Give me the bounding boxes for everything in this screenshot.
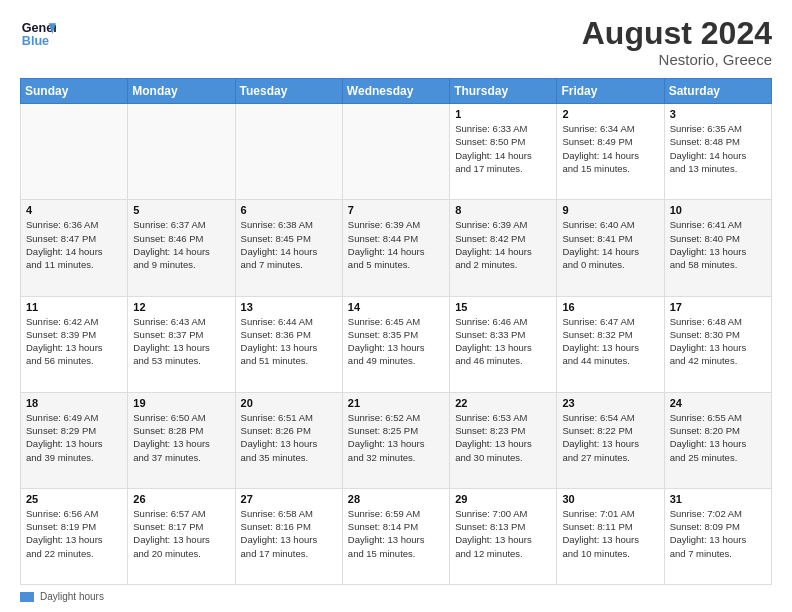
- day-number: 7: [348, 204, 444, 216]
- day-cell: 17Sunrise: 6:48 AM Sunset: 8:30 PM Dayli…: [664, 296, 771, 392]
- day-number: 29: [455, 493, 551, 505]
- day-number: 26: [133, 493, 229, 505]
- col-monday: Monday: [128, 79, 235, 104]
- day-info: Sunrise: 6:38 AM Sunset: 8:45 PM Dayligh…: [241, 218, 337, 271]
- day-cell: 12Sunrise: 6:43 AM Sunset: 8:37 PM Dayli…: [128, 296, 235, 392]
- day-info: Sunrise: 6:55 AM Sunset: 8:20 PM Dayligh…: [670, 411, 766, 464]
- day-cell: [342, 104, 449, 200]
- day-info: Sunrise: 6:44 AM Sunset: 8:36 PM Dayligh…: [241, 315, 337, 368]
- day-cell: 24Sunrise: 6:55 AM Sunset: 8:20 PM Dayli…: [664, 392, 771, 488]
- day-info: Sunrise: 6:53 AM Sunset: 8:23 PM Dayligh…: [455, 411, 551, 464]
- day-cell: 1Sunrise: 6:33 AM Sunset: 8:50 PM Daylig…: [450, 104, 557, 200]
- day-info: Sunrise: 6:34 AM Sunset: 8:49 PM Dayligh…: [562, 122, 658, 175]
- day-info: Sunrise: 6:54 AM Sunset: 8:22 PM Dayligh…: [562, 411, 658, 464]
- day-cell: 8Sunrise: 6:39 AM Sunset: 8:42 PM Daylig…: [450, 200, 557, 296]
- day-info: Sunrise: 6:58 AM Sunset: 8:16 PM Dayligh…: [241, 507, 337, 560]
- day-cell: 6Sunrise: 6:38 AM Sunset: 8:45 PM Daylig…: [235, 200, 342, 296]
- day-cell: 11Sunrise: 6:42 AM Sunset: 8:39 PM Dayli…: [21, 296, 128, 392]
- day-info: Sunrise: 6:41 AM Sunset: 8:40 PM Dayligh…: [670, 218, 766, 271]
- day-info: Sunrise: 6:35 AM Sunset: 8:48 PM Dayligh…: [670, 122, 766, 175]
- day-cell: 5Sunrise: 6:37 AM Sunset: 8:46 PM Daylig…: [128, 200, 235, 296]
- legend-label: Daylight hours: [40, 591, 104, 602]
- title-block: August 2024 Nestorio, Greece: [582, 16, 772, 68]
- day-cell: 9Sunrise: 6:40 AM Sunset: 8:41 PM Daylig…: [557, 200, 664, 296]
- week-row-4: 25Sunrise: 6:56 AM Sunset: 8:19 PM Dayli…: [21, 488, 772, 584]
- header-row: Sunday Monday Tuesday Wednesday Thursday…: [21, 79, 772, 104]
- day-info: Sunrise: 6:39 AM Sunset: 8:42 PM Dayligh…: [455, 218, 551, 271]
- day-cell: 23Sunrise: 6:54 AM Sunset: 8:22 PM Dayli…: [557, 392, 664, 488]
- day-cell: 16Sunrise: 6:47 AM Sunset: 8:32 PM Dayli…: [557, 296, 664, 392]
- day-number: 3: [670, 108, 766, 120]
- day-cell: [21, 104, 128, 200]
- day-number: 16: [562, 301, 658, 313]
- day-number: 4: [26, 204, 122, 216]
- day-info: Sunrise: 6:33 AM Sunset: 8:50 PM Dayligh…: [455, 122, 551, 175]
- day-number: 10: [670, 204, 766, 216]
- day-cell: 19Sunrise: 6:50 AM Sunset: 8:28 PM Dayli…: [128, 392, 235, 488]
- day-number: 15: [455, 301, 551, 313]
- col-sunday: Sunday: [21, 79, 128, 104]
- day-number: 25: [26, 493, 122, 505]
- day-number: 28: [348, 493, 444, 505]
- week-row-1: 4Sunrise: 6:36 AM Sunset: 8:47 PM Daylig…: [21, 200, 772, 296]
- day-info: Sunrise: 6:59 AM Sunset: 8:14 PM Dayligh…: [348, 507, 444, 560]
- day-info: Sunrise: 6:56 AM Sunset: 8:19 PM Dayligh…: [26, 507, 122, 560]
- col-tuesday: Tuesday: [235, 79, 342, 104]
- day-number: 14: [348, 301, 444, 313]
- day-cell: 22Sunrise: 6:53 AM Sunset: 8:23 PM Dayli…: [450, 392, 557, 488]
- day-info: Sunrise: 7:01 AM Sunset: 8:11 PM Dayligh…: [562, 507, 658, 560]
- day-info: Sunrise: 6:49 AM Sunset: 8:29 PM Dayligh…: [26, 411, 122, 464]
- legend: Daylight hours: [20, 591, 772, 602]
- day-number: 5: [133, 204, 229, 216]
- day-number: 31: [670, 493, 766, 505]
- day-cell: 30Sunrise: 7:01 AM Sunset: 8:11 PM Dayli…: [557, 488, 664, 584]
- header: General Blue August 2024 Nestorio, Greec…: [20, 16, 772, 68]
- day-number: 13: [241, 301, 337, 313]
- col-saturday: Saturday: [664, 79, 771, 104]
- day-info: Sunrise: 7:02 AM Sunset: 8:09 PM Dayligh…: [670, 507, 766, 560]
- location-label: Nestorio, Greece: [582, 51, 772, 68]
- week-row-0: 1Sunrise: 6:33 AM Sunset: 8:50 PM Daylig…: [21, 104, 772, 200]
- day-info: Sunrise: 6:57 AM Sunset: 8:17 PM Dayligh…: [133, 507, 229, 560]
- day-number: 19: [133, 397, 229, 409]
- day-info: Sunrise: 6:36 AM Sunset: 8:47 PM Dayligh…: [26, 218, 122, 271]
- day-number: 22: [455, 397, 551, 409]
- day-number: 23: [562, 397, 658, 409]
- day-cell: [128, 104, 235, 200]
- day-cell: 15Sunrise: 6:46 AM Sunset: 8:33 PM Dayli…: [450, 296, 557, 392]
- day-cell: 10Sunrise: 6:41 AM Sunset: 8:40 PM Dayli…: [664, 200, 771, 296]
- day-number: 20: [241, 397, 337, 409]
- day-number: 21: [348, 397, 444, 409]
- day-cell: 28Sunrise: 6:59 AM Sunset: 8:14 PM Dayli…: [342, 488, 449, 584]
- day-number: 11: [26, 301, 122, 313]
- day-number: 8: [455, 204, 551, 216]
- day-info: Sunrise: 7:00 AM Sunset: 8:13 PM Dayligh…: [455, 507, 551, 560]
- day-cell: 25Sunrise: 6:56 AM Sunset: 8:19 PM Dayli…: [21, 488, 128, 584]
- day-number: 1: [455, 108, 551, 120]
- day-cell: 18Sunrise: 6:49 AM Sunset: 8:29 PM Dayli…: [21, 392, 128, 488]
- day-info: Sunrise: 6:45 AM Sunset: 8:35 PM Dayligh…: [348, 315, 444, 368]
- day-info: Sunrise: 6:37 AM Sunset: 8:46 PM Dayligh…: [133, 218, 229, 271]
- day-info: Sunrise: 6:47 AM Sunset: 8:32 PM Dayligh…: [562, 315, 658, 368]
- day-info: Sunrise: 6:39 AM Sunset: 8:44 PM Dayligh…: [348, 218, 444, 271]
- col-friday: Friday: [557, 79, 664, 104]
- col-thursday: Thursday: [450, 79, 557, 104]
- day-number: 17: [670, 301, 766, 313]
- col-wednesday: Wednesday: [342, 79, 449, 104]
- day-info: Sunrise: 6:52 AM Sunset: 8:25 PM Dayligh…: [348, 411, 444, 464]
- day-cell: 4Sunrise: 6:36 AM Sunset: 8:47 PM Daylig…: [21, 200, 128, 296]
- svg-text:Blue: Blue: [22, 34, 49, 48]
- day-cell: [235, 104, 342, 200]
- day-cell: 29Sunrise: 7:00 AM Sunset: 8:13 PM Dayli…: [450, 488, 557, 584]
- day-info: Sunrise: 6:40 AM Sunset: 8:41 PM Dayligh…: [562, 218, 658, 271]
- day-cell: 14Sunrise: 6:45 AM Sunset: 8:35 PM Dayli…: [342, 296, 449, 392]
- day-cell: 26Sunrise: 6:57 AM Sunset: 8:17 PM Dayli…: [128, 488, 235, 584]
- day-info: Sunrise: 6:50 AM Sunset: 8:28 PM Dayligh…: [133, 411, 229, 464]
- day-number: 12: [133, 301, 229, 313]
- day-number: 30: [562, 493, 658, 505]
- day-number: 27: [241, 493, 337, 505]
- day-cell: 13Sunrise: 6:44 AM Sunset: 8:36 PM Dayli…: [235, 296, 342, 392]
- legend-box: [20, 592, 34, 602]
- day-number: 24: [670, 397, 766, 409]
- day-info: Sunrise: 6:43 AM Sunset: 8:37 PM Dayligh…: [133, 315, 229, 368]
